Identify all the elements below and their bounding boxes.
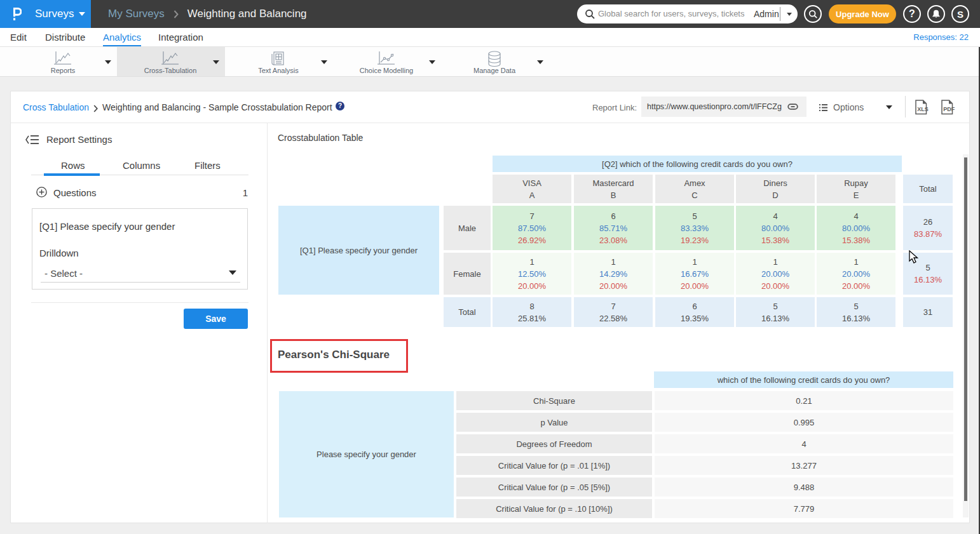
svg-text:XLS: XLS	[917, 106, 929, 112]
svg-text:PDF: PDF	[943, 106, 955, 112]
